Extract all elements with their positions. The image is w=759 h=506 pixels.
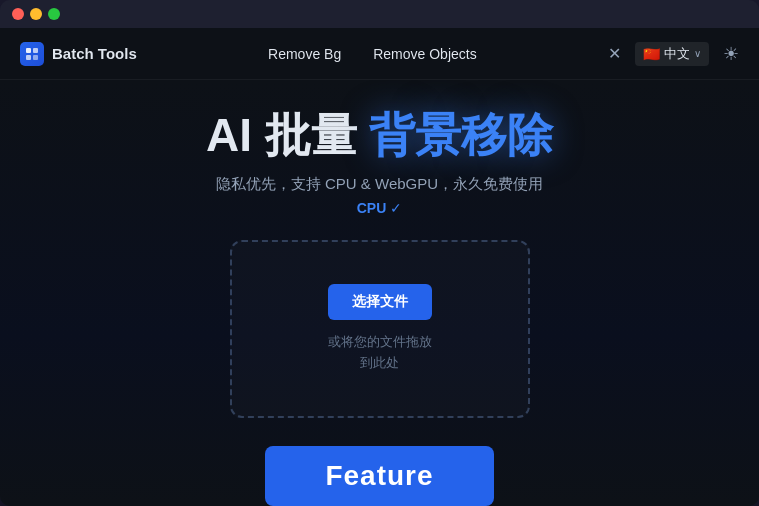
close-icon[interactable]: ✕: [608, 44, 621, 63]
cpu-label: CPU: [357, 200, 387, 216]
svg-rect-2: [26, 55, 31, 60]
app-content: Batch Tools Remove Bg Remove Objects ✕ 🇨…: [0, 28, 759, 506]
logo-text: Batch Tools: [52, 45, 137, 62]
navbar: Batch Tools Remove Bg Remove Objects ✕ 🇨…: [0, 28, 759, 80]
drop-hint-line1: 或将您的文件拖放: [328, 332, 432, 353]
traffic-lights: [12, 8, 60, 20]
language-selector[interactable]: 🇨🇳 中文 ∨: [635, 42, 709, 66]
hero-badge: CPU ✓: [357, 200, 403, 216]
flag-icon: 🇨🇳: [643, 46, 660, 62]
checkmark-icon: ✓: [390, 200, 402, 216]
nav-center: Remove Bg Remove Objects: [137, 46, 608, 62]
feature-banner: Feature: [265, 446, 493, 506]
theme-toggle-icon[interactable]: ☀: [723, 43, 739, 65]
hero-subtitle: 隐私优先，支持 CPU & WebGPU，永久免费使用: [216, 175, 543, 194]
drop-zone[interactable]: 选择文件 或将您的文件拖放 到此处: [230, 240, 530, 418]
hero-title-static: AI 批量: [206, 110, 357, 161]
select-file-button[interactable]: 选择文件: [328, 284, 432, 320]
close-button[interactable]: [12, 8, 24, 20]
svg-rect-3: [33, 55, 38, 60]
chevron-down-icon: ∨: [694, 48, 701, 59]
drop-hint-line2: 到此处: [328, 353, 432, 374]
lang-label: 中文: [664, 45, 690, 63]
svg-rect-0: [26, 48, 31, 53]
nav-logo: Batch Tools: [20, 42, 137, 66]
nav-remove-objects[interactable]: Remove Objects: [373, 46, 476, 62]
hero-title: AI 批量 背景移除: [206, 110, 553, 161]
main-content: AI 批量 背景移除 隐私优先，支持 CPU & WebGPU，永久免费使用 C…: [0, 80, 759, 506]
svg-rect-1: [33, 48, 38, 53]
hero-title-highlight: 背景移除: [369, 110, 553, 161]
app-window: Batch Tools Remove Bg Remove Objects ✕ 🇨…: [0, 0, 759, 506]
logo-icon: [20, 42, 44, 66]
nav-remove-bg[interactable]: Remove Bg: [268, 46, 341, 62]
title-bar: [0, 0, 759, 28]
maximize-button[interactable]: [48, 8, 60, 20]
drop-hint: 或将您的文件拖放 到此处: [328, 332, 432, 374]
nav-right: ✕ 🇨🇳 中文 ∨ ☀: [608, 42, 739, 66]
minimize-button[interactable]: [30, 8, 42, 20]
